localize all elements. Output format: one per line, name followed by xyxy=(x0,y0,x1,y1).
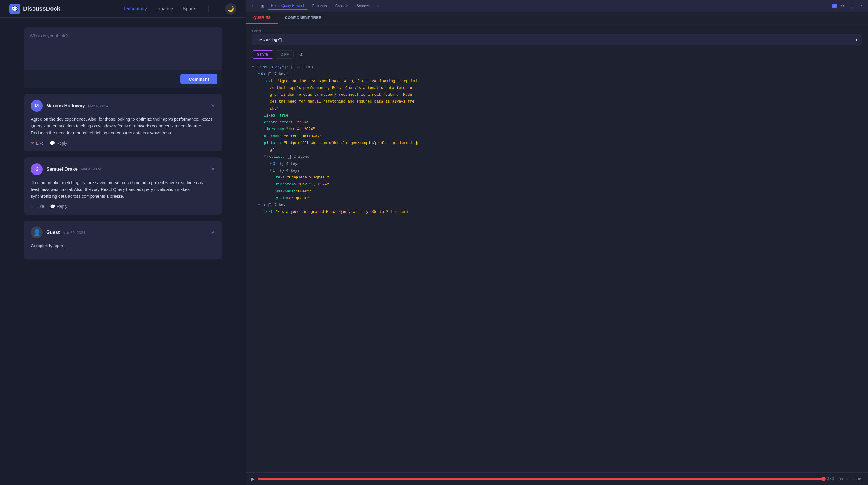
nav-technology[interactable]: Technology xyxy=(123,6,147,11)
item-0-toggle[interactable] xyxy=(258,71,260,76)
select-dropdown[interactable]: ["technology"] ▾ xyxy=(252,34,862,45)
text-field-row-4: ces the need for manual refetching and e… xyxy=(270,98,862,105)
tab-component-tree[interactable]: COMPONENT TREE xyxy=(278,12,329,24)
post-text-1: Agree on the dev experience. Also, for t… xyxy=(31,116,215,137)
prev-button[interactable]: ‹ xyxy=(846,476,849,482)
comment-textarea[interactable] xyxy=(24,27,222,69)
devtools-tab-console[interactable]: Console xyxy=(332,2,352,10)
close-post-1[interactable]: ✕ xyxy=(211,103,215,109)
createcomment-row: createComment: false xyxy=(264,119,862,126)
reply-icon-1: 💬 xyxy=(50,141,55,146)
skip-to-start-button[interactable]: ⏮ xyxy=(837,476,845,482)
post-header-2: S Samuel Drake Mar 4, 2024 ✕ xyxy=(31,163,215,175)
devtools-close-icon[interactable]: ✕ xyxy=(857,2,866,10)
post-meta-2: Samuel Drake Mar 4, 2024 xyxy=(46,167,211,172)
reply-0-toggle[interactable] xyxy=(270,161,272,166)
reply-0-type: {} xyxy=(277,161,286,167)
devtools-more-icon[interactable]: » xyxy=(374,2,383,10)
devtools-badge: 1 xyxy=(832,4,837,8)
like-button-1[interactable]: ❤ Like xyxy=(31,141,44,146)
devtools-cursor-icon[interactable]: ⊹ xyxy=(249,2,257,10)
post-card-1: M Marcus Holloway Mar 4, 2024 ✕ Agree on… xyxy=(24,94,222,151)
playback-bar: ▶ 3 / 3 ⏮ ‹ › ⏭ xyxy=(246,472,868,485)
close-post-3[interactable]: ✕ xyxy=(211,229,215,236)
item-0-type: {} xyxy=(266,71,274,77)
reply-1-picture-row: picture: "guest" xyxy=(276,195,862,202)
like-button-2[interactable]: ♡ Like xyxy=(31,204,44,209)
picture-row-2: g" xyxy=(270,147,862,153)
reply-button-2[interactable]: 💬 Reply xyxy=(50,204,67,209)
text-field-row: text: "Agree on the dev experience. Also… xyxy=(264,78,862,85)
close-post-2[interactable]: ✕ xyxy=(211,166,215,173)
diff-button[interactable]: DIFF xyxy=(276,50,294,59)
reply-button-1[interactable]: 💬 Reply xyxy=(50,141,67,146)
logo-area: 💬 DiscussDock xyxy=(9,4,60,14)
root-toggle[interactable] xyxy=(252,64,254,69)
nav: Technology Finance Sports 🌙 xyxy=(123,3,237,15)
reply-1-timestamp-value: "Mar 20, 2024" xyxy=(298,181,329,188)
skip-to-end-button[interactable]: ⏭ xyxy=(856,476,863,482)
devtools-settings-icon[interactable]: ⚙ xyxy=(838,2,847,10)
devtools-content: Select ["technology"] ▾ STATE DIFF ↺ ["t… xyxy=(246,24,868,485)
text-value: "Agree on the dev experience. Also, for … xyxy=(275,78,417,85)
state-buttons: STATE DIFF ↺ xyxy=(252,50,862,59)
history-button[interactable]: ↺ xyxy=(296,50,305,59)
reply-0-count: 4 keys xyxy=(286,161,300,167)
reply-1-picture-value: "guest" xyxy=(293,195,309,202)
reply-1-toggle[interactable] xyxy=(270,168,272,173)
reply-1-type: {} xyxy=(277,168,286,174)
root-count: 3 items xyxy=(298,64,313,70)
post-author-2: Samuel Drake xyxy=(46,167,78,172)
left-panel: 💬 DiscussDock Technology Finance Sports … xyxy=(0,0,246,485)
heart-icon-2: ♡ xyxy=(31,204,35,209)
comment-button[interactable]: Comment xyxy=(180,74,217,85)
state-button[interactable]: STATE xyxy=(252,50,273,59)
tree-view: ["technology"]: [] 3 items 0: {} 7 keys … xyxy=(252,64,862,216)
item-1-toggle[interactable] xyxy=(258,202,260,207)
post-meta-3: Guest Mar 20, 2024 xyxy=(46,230,211,235)
post-date-2: Mar 4, 2024 xyxy=(81,167,101,171)
item-0-row: 0: {} 7 keys xyxy=(258,71,862,78)
next-button[interactable]: › xyxy=(851,476,855,482)
nav-finance[interactable]: Finance xyxy=(156,6,173,11)
replies-toggle[interactable] xyxy=(264,154,266,159)
reply-1-timestamp-key: timestamp: xyxy=(276,181,298,188)
picture-value-2: g" xyxy=(270,147,274,153)
reply-1-timestamp-row: timestamp: "Mar 20, 2024" xyxy=(276,181,862,188)
avatar-2: S xyxy=(31,163,43,175)
replies-type: [] xyxy=(285,154,293,160)
reply-label-1: Reply xyxy=(57,141,67,146)
dropdown-chevron-icon: ▾ xyxy=(856,37,858,42)
devtools-menu-icon[interactable]: ⋮ xyxy=(848,2,856,10)
dark-mode-toggle[interactable]: 🌙 xyxy=(225,3,237,15)
liked-key: liked: xyxy=(264,113,277,119)
progress-bar[interactable] xyxy=(258,478,824,480)
text-value-3: g on window refocus or network reconnect… xyxy=(270,92,412,98)
item-1-text-key: text: xyxy=(264,209,275,215)
progress-fill xyxy=(258,478,824,480)
item-1-text-row: text: "Has anyone integrated React Query… xyxy=(264,209,862,216)
devtools-tab-sources[interactable]: Sources xyxy=(353,2,373,10)
progress-dot xyxy=(822,477,826,481)
devtools-device-icon[interactable]: ▣ xyxy=(258,2,266,10)
post-actions-1: ❤ Like 💬 Reply xyxy=(31,141,215,146)
tab-queries[interactable]: QUERIES xyxy=(246,12,278,24)
select-value: ["technology"] xyxy=(256,37,282,42)
devtools-tab-rqr[interactable]: React Query Rewind xyxy=(268,2,308,10)
post-date-1: Mar 4, 2024 xyxy=(88,104,108,108)
nav-sports[interactable]: Sports xyxy=(183,6,196,11)
nav-divider xyxy=(208,5,209,12)
item-1-row: 1: {} 7 keys xyxy=(258,202,862,209)
devtools-tab-elements[interactable]: Elements xyxy=(309,2,331,10)
post-text-3: Completely agree! xyxy=(31,242,215,249)
picture-value: "https://flowbite.com/docs/images/people… xyxy=(282,140,420,146)
timestamp-value: "Mar 4, 2024" xyxy=(286,126,315,133)
text-value-5: sh." xyxy=(270,106,279,112)
header: 💬 DiscussDock Technology Finance Sports … xyxy=(0,0,246,18)
play-button[interactable]: ▶ xyxy=(251,476,254,482)
item-0-count: 7 keys xyxy=(274,71,288,77)
post-text-2: That automatic refetching feature saved … xyxy=(31,179,215,200)
select-label: Select xyxy=(252,29,862,33)
reply-1-text-row: text: "Completely agree!" xyxy=(276,174,862,181)
main-content: Comment M Marcus Holloway Mar 4, 2024 ✕ … xyxy=(0,18,246,269)
